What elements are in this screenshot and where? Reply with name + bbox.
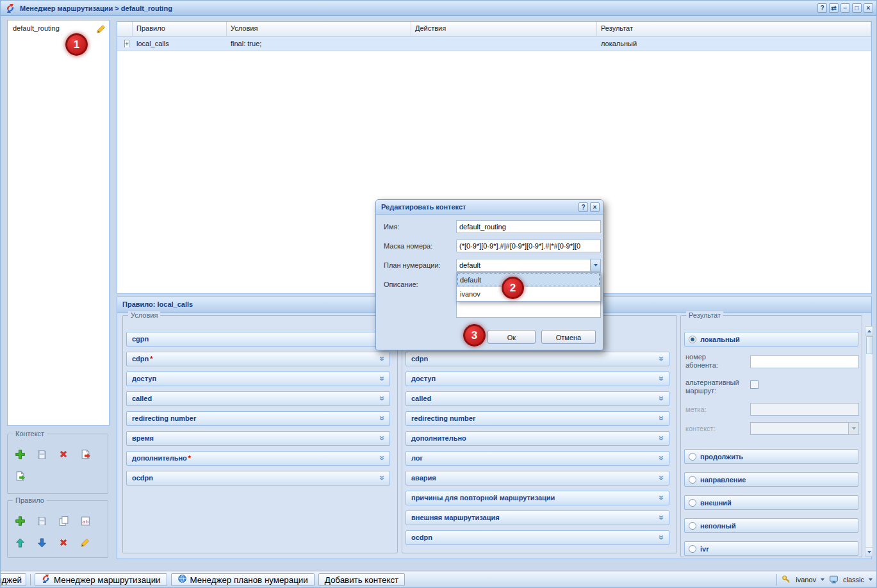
action-section-ocdpn[interactable]: ocdpn bbox=[406, 530, 669, 545]
delete-context-icon[interactable] bbox=[55, 446, 72, 462]
condition-section-access[interactable]: доступ bbox=[126, 372, 390, 386]
theme-caret-down-icon[interactable] bbox=[869, 578, 873, 581]
action-section-log[interactable]: лог bbox=[406, 451, 669, 466]
pin-icon[interactable]: ⇄ bbox=[829, 3, 839, 13]
radio-checked-icon[interactable] bbox=[689, 336, 696, 343]
grid-column-header-actions[interactable]: Действия bbox=[411, 22, 597, 36]
export-context-icon[interactable] bbox=[77, 446, 94, 462]
action-section-access[interactable]: доступ bbox=[406, 372, 669, 386]
alt-route-checkbox[interactable] bbox=[750, 380, 758, 389]
add-rule-icon[interactable] bbox=[12, 512, 28, 529]
action-section-reroute-reasons[interactable]: причины для повторной маршрутизации bbox=[406, 491, 669, 505]
condition-section-redirecting-number[interactable]: redirecting number bbox=[126, 411, 390, 426]
result-option-direction[interactable]: направление bbox=[684, 472, 858, 487]
numbering-plan-input[interactable] bbox=[456, 259, 590, 272]
save-context-icon[interactable] bbox=[33, 446, 50, 462]
expand-chevron-icon[interactable] bbox=[657, 412, 667, 424]
dropdown-option-ivanov[interactable]: ivanov bbox=[457, 287, 600, 301]
edit-rule-pencil-icon[interactable] bbox=[77, 534, 94, 551]
taskbar-app-numbering-plans[interactable]: Менеджер планов нумерации bbox=[171, 573, 315, 586]
action-section-alarm[interactable]: авария bbox=[406, 471, 669, 486]
user-caret-down-icon[interactable] bbox=[821, 578, 824, 581]
taskbar-app-cut[interactable]: иджей bbox=[0, 573, 26, 586]
expand-chevron-icon[interactable] bbox=[657, 532, 667, 543]
radio-unchecked-icon[interactable] bbox=[689, 499, 696, 507]
expand-chevron-icon[interactable] bbox=[377, 452, 388, 464]
radio-unchecked-icon[interactable] bbox=[689, 545, 696, 553]
help-icon[interactable]: ? bbox=[817, 3, 827, 13]
maximize-icon[interactable]: □ bbox=[852, 3, 862, 13]
theme-selector[interactable]: classic bbox=[843, 576, 864, 584]
expand-chevron-icon[interactable] bbox=[657, 492, 667, 503]
expand-chevron-icon[interactable] bbox=[377, 432, 388, 444]
radio-unchecked-icon[interactable] bbox=[689, 476, 696, 484]
scrollbar-up-icon[interactable] bbox=[865, 327, 873, 336]
expand-chevron-icon[interactable] bbox=[657, 432, 667, 444]
minimize-icon[interactable]: − bbox=[840, 3, 850, 13]
radio-unchecked-icon[interactable] bbox=[689, 453, 696, 461]
taskbar-app-routing-manager[interactable]: Менеджер маршрутизации bbox=[35, 573, 167, 586]
current-user[interactable]: ivanov bbox=[796, 576, 816, 584]
subscriber-number-input[interactable] bbox=[750, 355, 859, 368]
grid-column-header-result[interactable]: Результат bbox=[597, 22, 871, 36]
expand-chevron-icon[interactable] bbox=[377, 472, 388, 484]
ok-button[interactable]: Ок bbox=[488, 330, 536, 344]
add-context-icon[interactable] bbox=[12, 446, 28, 462]
result-option-external[interactable]: внешний bbox=[684, 495, 858, 510]
action-section-called[interactable]: called bbox=[406, 391, 669, 406]
scrollbar-down-icon[interactable] bbox=[865, 547, 873, 556]
delete-rule-icon[interactable] bbox=[55, 534, 72, 551]
sidebar-item-default-routing[interactable]: default_routing bbox=[8, 20, 109, 36]
expand-chevron-icon[interactable] bbox=[657, 393, 667, 404]
scrollbar-thumb[interactable] bbox=[866, 336, 873, 354]
grid-column-header-rule[interactable]: Правило bbox=[133, 22, 227, 36]
close-icon[interactable]: × bbox=[864, 3, 873, 13]
grid-column-header-conditions[interactable]: Условия bbox=[227, 22, 411, 36]
condition-section-additional[interactable]: дополнительно* bbox=[126, 451, 390, 466]
expand-chevron-icon[interactable] bbox=[377, 412, 388, 424]
context-name-input[interactable] bbox=[456, 220, 601, 233]
expand-chevron-icon[interactable] bbox=[377, 373, 388, 384]
result-option-continue[interactable]: продолжить bbox=[684, 449, 858, 464]
save-rule-icon[interactable] bbox=[33, 512, 50, 529]
expand-chevron-icon[interactable] bbox=[657, 472, 667, 484]
condition-section-cgpn[interactable]: cgpn bbox=[126, 332, 390, 347]
dialog-close-icon[interactable]: × bbox=[590, 202, 600, 212]
action-section-redirecting-number[interactable]: redirecting number bbox=[406, 411, 669, 426]
required-asterisk: * bbox=[187, 454, 191, 462]
add-context-button[interactable]: Добавить контекст bbox=[318, 573, 405, 586]
expand-chevron-icon[interactable] bbox=[377, 393, 388, 404]
numbering-plan-combo[interactable] bbox=[456, 259, 601, 272]
import-context-icon[interactable] bbox=[12, 468, 28, 484]
radio-unchecked-icon[interactable] bbox=[689, 522, 696, 530]
dialog-help-icon[interactable]: ? bbox=[578, 202, 588, 212]
condition-section-called[interactable]: called bbox=[126, 391, 390, 406]
edit-context-pencil-icon[interactable] bbox=[96, 24, 106, 35]
action-section-cdpn[interactable]: cdpn bbox=[406, 352, 669, 366]
table-row[interactable]: local_calls final: true; локальный bbox=[117, 37, 871, 51]
condition-section-time[interactable]: время bbox=[126, 431, 390, 446]
expand-chevron-icon[interactable] bbox=[377, 353, 388, 364]
expand-row-icon[interactable] bbox=[124, 40, 129, 47]
condition-section-cdpn[interactable]: cdpn* bbox=[126, 352, 390, 366]
condition-section-ocdpn[interactable]: ocdpn bbox=[126, 471, 390, 486]
result-scrollbar[interactable] bbox=[865, 326, 873, 557]
result-option-local[interactable]: локальный bbox=[684, 332, 858, 347]
result-option-incomplete[interactable]: неполный bbox=[684, 518, 858, 533]
result-option-ivr[interactable]: ivr bbox=[684, 541, 858, 556]
dialog-header[interactable]: Редактировать контекст ? × bbox=[376, 200, 603, 215]
move-down-icon[interactable] bbox=[33, 534, 50, 551]
action-section-additional[interactable]: дополнительно bbox=[406, 431, 669, 446]
cancel-button[interactable]: Отмена bbox=[541, 330, 596, 344]
copy-rule-icon[interactable] bbox=[55, 512, 72, 529]
move-up-icon[interactable] bbox=[12, 534, 28, 551]
expand-chevron-icon[interactable] bbox=[657, 452, 667, 464]
action-section-external-routing[interactable]: внешняя маршрутизация bbox=[406, 510, 669, 525]
dropdown-trigger-icon[interactable] bbox=[590, 259, 601, 272]
expand-chevron-icon[interactable] bbox=[657, 512, 667, 523]
rename-rule-icon[interactable]: ab bbox=[77, 512, 94, 529]
dropdown-option-default[interactable]: default bbox=[457, 273, 600, 287]
expand-chevron-icon[interactable] bbox=[657, 373, 667, 384]
expand-chevron-icon[interactable] bbox=[657, 353, 667, 364]
number-mask-input[interactable] bbox=[456, 240, 601, 252]
